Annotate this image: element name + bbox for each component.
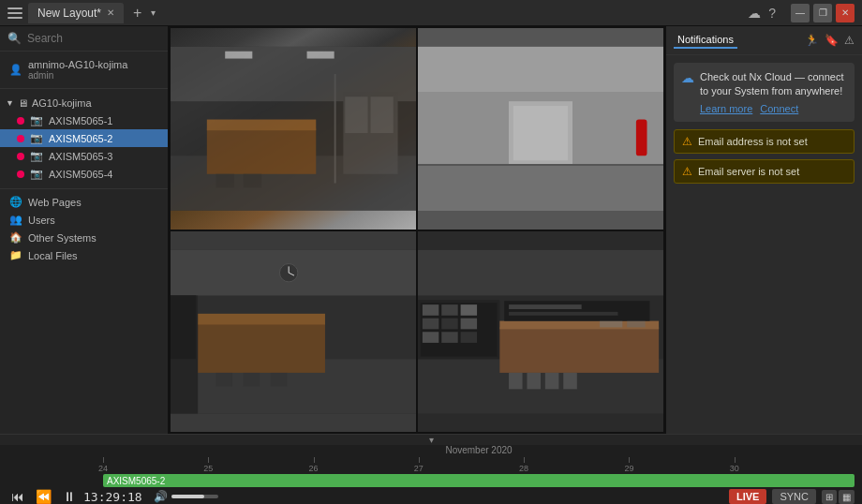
titlebar-right: ☁ ? — ❐ ✕ (748, 4, 855, 22)
search-icon: 🔍 (7, 32, 22, 45)
svg-rect-44 (441, 318, 457, 329)
svg-rect-28 (171, 295, 196, 359)
warning-email-server: ⚠ Email server is not set (674, 159, 855, 184)
camera-icon-sm-1: 📷 (30, 132, 43, 144)
svg-rect-57 (504, 301, 649, 320)
other-systems-label: Other Systems (28, 232, 97, 244)
video-cell-2[interactable] (418, 28, 663, 230)
content-area (169, 26, 665, 434)
svg-rect-15 (418, 47, 663, 93)
controls-row: ⏮ ⏪ ⏸ 13:29:18 🔊 LIVE SYNC ⊞ ▦ (0, 487, 862, 504)
camera-icon-sm: 📷 (30, 114, 43, 126)
sidebar: 🔍 👤 amnimo-AG10-kojima admin ▼ 🖥 AG10-ko… (0, 26, 169, 434)
users-label: Users (28, 215, 55, 226)
sidebar-item-local-files[interactable]: 📁 Local Files (0, 246, 168, 264)
server-icon: 🖥 (18, 97, 28, 109)
minimize-button[interactable]: — (791, 4, 810, 22)
menu-icon[interactable] (7, 7, 22, 19)
sidebar-divider-1 (0, 88, 168, 89)
tick-30: 30 (730, 464, 739, 473)
restore-button[interactable]: ❐ (813, 4, 832, 22)
sidebar-item-camera-2[interactable]: 📷 AXISM5065-3 (0, 147, 168, 165)
status-dot-red-2 (17, 153, 24, 160)
layout-alt-button[interactable]: ▦ (839, 490, 855, 504)
bookmark-icon[interactable]: 🔖 (825, 34, 839, 47)
timeline-date: November 2020 (103, 445, 855, 455)
layout-buttons: ⊞ ▦ (822, 490, 855, 504)
recording-track: AXISM5065-2 (103, 474, 855, 487)
tab-dropdown-button[interactable]: ▾ (151, 7, 156, 18)
svg-rect-47 (441, 332, 457, 343)
volume-icon[interactable]: 🔊 (154, 490, 168, 503)
volume-control: 🔊 (154, 490, 218, 503)
svg-rect-59 (509, 311, 617, 315)
status-dot-red-1 (17, 135, 24, 142)
learn-more-link[interactable]: Learn more (700, 103, 752, 114)
video-cell-1[interactable] (171, 28, 416, 230)
user-role: admin (28, 70, 127, 81)
camera-label-2: AXISM5065-3 (49, 151, 112, 162)
svg-rect-4 (207, 120, 316, 131)
video-cell-4[interactable] (418, 231, 663, 433)
svg-rect-40 (423, 304, 438, 316)
play-button[interactable]: ⏸ (59, 487, 80, 504)
cloud-promo-card: ☁ Check out Nx Cloud — connect to your S… (674, 63, 855, 122)
sidebar-item-other-systems[interactable]: 🏠 Other Systems (0, 229, 168, 246)
server-name: AG10-kojima (32, 97, 92, 109)
svg-rect-9 (345, 96, 367, 133)
svg-rect-6 (225, 52, 252, 59)
svg-rect-48 (461, 332, 477, 343)
svg-rect-34 (271, 372, 287, 386)
cloud-icon[interactable]: ☁ (748, 6, 761, 21)
recording-bar: AXISM5065-2 (103, 474, 855, 487)
other-systems-icon: 🏠 (9, 231, 22, 244)
local-files-icon: 📁 (9, 249, 22, 261)
sidebar-user-info: 👤 amnimo-AG10-kojima admin (0, 55, 168, 84)
sidebar-server-header[interactable]: ▼ 🖥 AG10-kojima (0, 95, 168, 111)
timeline-ruler[interactable]: 24 25 26 27 28 29 30 (103, 457, 855, 472)
notifications-header: Notifications 🏃 🔖 ⚠ (666, 26, 862, 55)
svg-rect-54 (563, 372, 577, 388)
right-controls: LIVE SYNC ⊞ ▦ (729, 489, 855, 504)
video-cell-3[interactable] (171, 231, 416, 433)
timeline-ruler-area: November 2020 24 25 26 27 28 29 30 AXISM… (0, 445, 862, 487)
volume-slider[interactable] (171, 495, 218, 498)
status-dot-red-3 (17, 170, 24, 178)
webpages-label: Web Pages (28, 197, 82, 208)
titlebar-left: New Layout* ✕ + ▾ (7, 3, 748, 23)
notifications-panel: Notifications 🏃 🔖 ⚠ ☁ Check out Nx Cloud… (665, 26, 862, 434)
svg-rect-3 (207, 128, 316, 174)
sync-button[interactable]: SYNC (772, 489, 816, 504)
local-files-label: Local Files (28, 250, 78, 261)
camera-label-0: AXISM5065-1 (49, 115, 112, 126)
svg-rect-52 (527, 372, 541, 388)
sidebar-item-users[interactable]: 👥 Users (0, 211, 168, 229)
tab-new-layout[interactable]: New Layout* ✕ (28, 3, 124, 23)
add-tab-button[interactable]: + (129, 3, 145, 23)
sidebar-item-camera-3[interactable]: 📷 AXISM5065-4 (0, 165, 168, 183)
sidebar-item-camera-1[interactable]: 📷 AXISM5065-2 (0, 129, 168, 147)
tick-27: 27 (414, 464, 424, 473)
tab-close-icon[interactable]: ✕ (107, 7, 114, 18)
camera-icon-sm-3: 📷 (30, 168, 43, 180)
notifications-tab[interactable]: Notifications (674, 32, 737, 49)
sidebar-item-camera-0[interactable]: 📷 AXISM5065-1 (0, 111, 168, 129)
layout-grid-button[interactable]: ⊞ (822, 490, 837, 504)
sidebar-item-webpages[interactable]: 🌐 Web Pages (0, 193, 168, 211)
timeline-collapse-handle[interactable]: ▾ (0, 435, 862, 445)
close-button[interactable]: ✕ (836, 4, 855, 22)
warning-bell-icon[interactable]: ⚠ (844, 34, 855, 47)
run-icon[interactable]: 🏃 (805, 34, 819, 47)
video-grid (169, 26, 665, 434)
sidebar-divider-2 (0, 188, 168, 189)
skip-back-button[interactable]: ⏮ (7, 487, 28, 504)
connect-link[interactable]: Connect (760, 103, 798, 114)
svg-rect-49 (499, 327, 659, 373)
main-layout: 🔍 👤 amnimo-AG10-kojima admin ▼ 🖥 AG10-ko… (0, 26, 862, 434)
prev-button[interactable]: ⏪ (32, 487, 55, 504)
warning-email-server-text: Email server is not set (698, 166, 799, 177)
search-input[interactable] (27, 32, 160, 45)
cloud-promo-icon: ☁ (681, 70, 694, 85)
live-button[interactable]: LIVE (729, 489, 766, 504)
help-icon[interactable]: ? (768, 6, 776, 21)
